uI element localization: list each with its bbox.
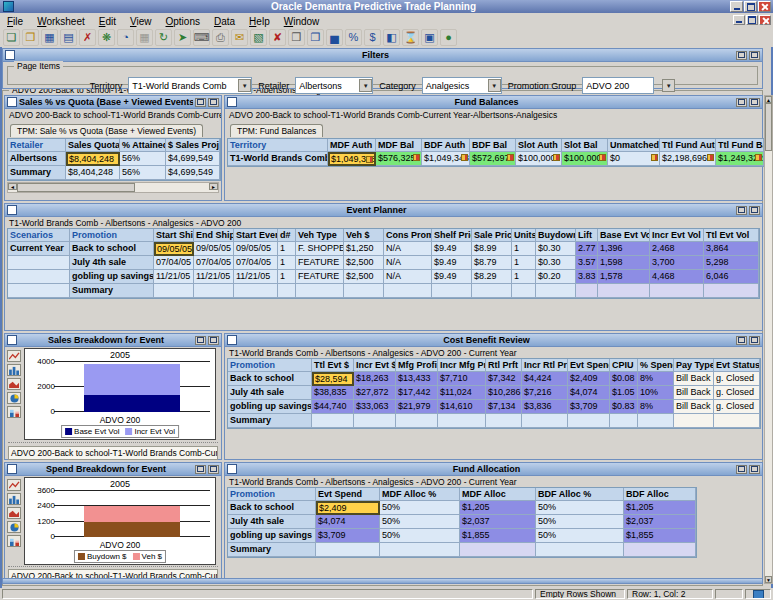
cell[interactable] bbox=[624, 543, 696, 557]
cell[interactable]: $0.83 bbox=[610, 400, 638, 414]
panel-maximize-button[interactable] bbox=[749, 98, 760, 107]
cell[interactable]: 07/04/05 bbox=[194, 256, 234, 270]
cell[interactable]: FEATURE bbox=[296, 270, 344, 284]
column-header[interactable]: $ Sales Proj bbox=[166, 139, 220, 152]
column-header[interactable]: Slot Bal bbox=[562, 139, 608, 152]
cell[interactable]: gobling up savings bbox=[228, 529, 316, 543]
column-header[interactable]: Pay Type bbox=[674, 359, 714, 372]
cell[interactable]: $2,037 bbox=[624, 515, 696, 529]
percent-icon[interactable]: % bbox=[345, 29, 362, 46]
cell[interactable]: $11,024 bbox=[438, 386, 486, 400]
cell[interactable]: gobling up savings bbox=[70, 270, 154, 284]
cell[interactable]: $4,699,549 bbox=[166, 166, 220, 180]
column-header[interactable]: BDF Auth bbox=[422, 139, 470, 152]
cell[interactable]: 56% bbox=[120, 166, 166, 180]
cell[interactable]: 11/21/05 bbox=[194, 270, 234, 284]
pie-chart-icon[interactable] bbox=[7, 521, 21, 533]
column-header[interactable]: Promotion bbox=[228, 488, 316, 501]
column-header[interactable]: Incr Evt $ bbox=[354, 359, 396, 372]
cell[interactable]: Bill Back bbox=[674, 400, 714, 414]
cell[interactable]: $8,404,248 bbox=[66, 152, 120, 166]
column-header[interactable]: Start Event bbox=[234, 229, 278, 242]
filter-icon[interactable]: ◧ bbox=[383, 29, 400, 46]
cell[interactable]: $27,872 bbox=[354, 386, 396, 400]
territory-dropdown-icon[interactable] bbox=[238, 79, 251, 92]
cell[interactable]: 4,468 bbox=[650, 270, 704, 284]
cell[interactable]: 6,046 bbox=[704, 270, 759, 284]
schedule-icon[interactable]: ◔ bbox=[117, 29, 134, 46]
cell[interactable] bbox=[316, 543, 380, 557]
cell[interactable] bbox=[460, 543, 536, 557]
cell[interactable]: $9.49 bbox=[432, 270, 472, 284]
cell[interactable]: July 4th sale bbox=[228, 386, 312, 400]
cell[interactable]: $1,249,322 bbox=[716, 152, 764, 166]
cell[interactable]: 3.83 bbox=[576, 270, 598, 284]
cell[interactable]: 11/21/05 bbox=[154, 270, 194, 284]
cell[interactable]: $3,709 bbox=[316, 529, 380, 543]
maximize-button[interactable] bbox=[744, 1, 757, 12]
stop-icon[interactable]: ▣ bbox=[421, 29, 438, 46]
sales-quota-hscrollbar[interactable] bbox=[7, 182, 219, 193]
hourglass-icon[interactable]: ⌛ bbox=[402, 29, 419, 46]
cell[interactable]: $2,037 bbox=[460, 515, 536, 529]
cell[interactable]: $2,198,696 bbox=[660, 152, 716, 166]
territory-combobox[interactable]: T1-World Brands Comb bbox=[128, 77, 252, 94]
column-header[interactable]: Unmatched $ bbox=[608, 139, 660, 152]
cell[interactable]: $3,836 bbox=[522, 400, 568, 414]
column-header[interactable]: Incr Evt Vol bbox=[650, 229, 704, 242]
folder-icon[interactable]: ❐ bbox=[307, 29, 324, 46]
data-process-icon[interactable]: ❋ bbox=[98, 29, 115, 46]
cell[interactable] bbox=[154, 284, 194, 298]
scroll-up-icon[interactable] bbox=[765, 96, 772, 103]
open-worksheet-icon[interactable]: ❐ bbox=[22, 29, 39, 46]
panel-restore-button[interactable] bbox=[736, 465, 747, 474]
delete-worksheet-icon[interactable]: ✗ bbox=[79, 29, 96, 46]
cell[interactable] bbox=[344, 284, 384, 298]
column-header[interactable]: Veh $ bbox=[344, 229, 384, 242]
cell[interactable] bbox=[354, 414, 396, 428]
child-minimize-button[interactable] bbox=[733, 15, 745, 25]
bar-chart-icon[interactable] bbox=[7, 493, 21, 505]
cell[interactable]: 09/05/05 bbox=[154, 242, 194, 256]
panel-restore-button[interactable] bbox=[736, 206, 747, 215]
cell[interactable]: 2,468 bbox=[650, 242, 704, 256]
cell[interactable]: $100,000 bbox=[562, 152, 608, 166]
notes-icon[interactable]: ❒ bbox=[288, 29, 305, 46]
cell[interactable]: N/A bbox=[384, 242, 432, 256]
cell[interactable]: $7,342 bbox=[486, 372, 522, 386]
cell[interactable]: $4,074 bbox=[568, 386, 610, 400]
column-header[interactable]: % Attained bbox=[120, 139, 166, 152]
retailer-dropdown-icon[interactable] bbox=[359, 79, 372, 92]
save-icon[interactable]: ▦ bbox=[41, 29, 58, 46]
cell[interactable]: $0 bbox=[608, 152, 660, 166]
cell[interactable]: $18,263 bbox=[354, 372, 396, 386]
cell[interactable]: 3,864 bbox=[704, 242, 759, 256]
cell[interactable]: $2,500 bbox=[344, 256, 384, 270]
column-header[interactable]: Sales Quota bbox=[66, 139, 120, 152]
column-header[interactable]: Units bbox=[512, 229, 536, 242]
panel-restore-button[interactable] bbox=[195, 336, 206, 345]
cell[interactable]: 1 bbox=[278, 270, 296, 284]
refresh-icon[interactable]: ↻ bbox=[155, 29, 172, 46]
column-header[interactable]: Evt Status bbox=[714, 359, 760, 372]
pie-chart-icon[interactable] bbox=[7, 392, 21, 404]
cell[interactable] bbox=[576, 284, 598, 298]
panel-restore-button[interactable] bbox=[195, 465, 206, 474]
cell[interactable] bbox=[638, 414, 674, 428]
cell[interactable]: gobling up savings bbox=[228, 400, 312, 414]
cell[interactable]: $33,063 bbox=[354, 400, 396, 414]
column-header[interactable]: Ttl Evt $ bbox=[312, 359, 354, 372]
cell[interactable]: 8% bbox=[638, 372, 674, 386]
column-header[interactable]: d# bbox=[278, 229, 296, 242]
cell[interactable]: FEATURE bbox=[296, 256, 344, 270]
panel-maximize-button[interactable] bbox=[749, 206, 760, 215]
run-icon[interactable]: ➤ bbox=[174, 29, 191, 46]
chart-icon[interactable]: ▅ bbox=[326, 29, 343, 46]
mail-icon[interactable]: ✉ bbox=[231, 29, 248, 46]
retailer-combobox[interactable]: Albertsons bbox=[295, 77, 373, 94]
column-header[interactable]: MDF Alloc % bbox=[380, 488, 460, 501]
cell[interactable]: Current Year bbox=[8, 242, 70, 256]
cell[interactable]: $2,409 bbox=[568, 372, 610, 386]
cell[interactable]: $1,855 bbox=[460, 529, 536, 543]
column-header[interactable]: Scenarios bbox=[8, 229, 70, 242]
